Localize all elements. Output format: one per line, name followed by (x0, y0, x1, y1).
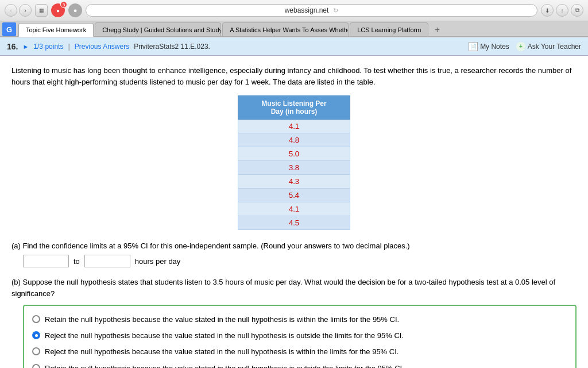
ask-teacher-button[interactable]: + Ask Your Teacher (516, 42, 581, 51)
notes-button[interactable]: 📄 My Notes (469, 42, 509, 51)
radio-label-4: Retain the null hypothesis because the v… (45, 363, 404, 368)
back-button[interactable]: ‹ (5, 4, 17, 17)
table-cell: 4.1 (238, 202, 350, 216)
new-tab-button[interactable]: ⧉ (571, 4, 583, 17)
radio-btn-3[interactable] (32, 347, 40, 355)
radio-btn-1[interactable] (32, 315, 40, 323)
google-icon: G (2, 22, 16, 36)
url-text: webassign.net (285, 6, 329, 14)
browser-chrome: ‹ › ▦ ●3 ● webassign.net ↻ ⬇ ↑ ⧉ G Topic… (0, 0, 588, 37)
radio-label-2: Reject the null hypothesis because the v… (45, 331, 404, 341)
part-a-label: (a) Find the confidence limits at a 95% … (11, 241, 577, 250)
separator: | (68, 42, 69, 51)
table-header: Music Listening PerDay (in hours) (238, 96, 350, 120)
nav-buttons: ‹ › (5, 4, 32, 17)
to-label: to (74, 257, 80, 266)
table-cell: 5.4 (238, 189, 350, 202)
radio-btn-4[interactable] (32, 364, 40, 368)
table-cell: 3.8 (238, 161, 350, 175)
intro-text: Listening to music has long been thought… (11, 65, 577, 87)
radio-label-1: Retain the null hypothesis because the v… (45, 315, 399, 325)
table-container: Music Listening PerDay (in hours) 4.14.8… (11, 95, 577, 230)
radio-option-1[interactable]: Retain the null hypothesis because the v… (32, 312, 567, 328)
blue-arrow-icon: ► (22, 43, 29, 50)
table-cell: 4.1 (238, 120, 350, 133)
tab-chegg[interactable]: Chegg Study | Guided Solutions and Study… (95, 22, 221, 36)
forward-button[interactable]: › (19, 4, 32, 17)
question-header-left: 16. ► 1/3 points | Previous Answers Priv… (7, 42, 210, 51)
tabs-bar: G Topic Five Homework Chegg Study | Guid… (0, 21, 588, 37)
tab-statistics[interactable]: A Statistics Helper Wants To Asses Wheth… (222, 22, 349, 36)
part-b-label: (b) Suppose the null hypothesis states t… (11, 277, 577, 299)
question-number: 16. (7, 42, 18, 51)
part-a-section: (a) Find the confidence limits at a 95% … (11, 241, 577, 267)
radio-btn-2[interactable] (32, 331, 40, 339)
ci-lower-input[interactable] (23, 255, 69, 267)
radio-option-2[interactable]: Reject the null hypothesis because the v… (32, 328, 567, 344)
notes-label: My Notes (480, 43, 509, 51)
address-bar[interactable]: webassign.net ↻ (86, 4, 537, 17)
table-cell: 5.0 (238, 147, 350, 161)
radio-group: Retain the null hypothesis because the v… (23, 305, 577, 368)
add-tab-button[interactable]: + (431, 24, 443, 36)
ci-upper-input[interactable] (84, 255, 130, 267)
part-b-section: (b) Suppose the null hypothesis states t… (11, 277, 577, 368)
question-header-right: 📄 My Notes + Ask Your Teacher (469, 42, 581, 51)
reload-icon: ↻ (333, 7, 338, 14)
share-button[interactable]: ↑ (556, 4, 568, 17)
radio-option-3[interactable]: Reject the null hypothesis because the v… (32, 344, 567, 360)
notes-icon: 📄 (469, 42, 478, 51)
main-content: Listening to music has long been thought… (0, 56, 588, 368)
table-cell: 4.5 (238, 216, 350, 230)
tab-layout-button[interactable]: ▦ (35, 4, 48, 17)
question-header: 16. ► 1/3 points | Previous Answers Priv… (0, 37, 588, 56)
ci-inputs: to hours per day (23, 255, 577, 267)
ask-icon: + (516, 42, 525, 51)
download-button[interactable]: ⬇ (541, 4, 554, 17)
tab-lcs[interactable]: LCS Learning Platform (350, 22, 428, 36)
previous-answers-link[interactable]: Previous Answers (75, 43, 129, 51)
app-icon: ●3 (51, 3, 65, 17)
ask-teacher-label: Ask Your Teacher (528, 43, 581, 51)
table-cell: 4.3 (238, 175, 350, 189)
data-table: Music Listening PerDay (in hours) 4.14.8… (238, 95, 350, 230)
radio-option-4[interactable]: Retain the null hypothesis because the v… (32, 361, 567, 368)
browser-toolbar: ‹ › ▦ ●3 ● webassign.net ↻ ⬇ ↑ ⧉ (0, 0, 588, 21)
table-cell: 4.8 (238, 133, 350, 147)
browser-actions: ⬇ ↑ ⧉ (541, 4, 583, 17)
radio-label-3: Reject the null hypothesis because the v… (45, 347, 399, 357)
tab-topic-five[interactable]: Topic Five Homework (18, 23, 94, 37)
ref-text: PriviteraStats2 11.E.023. (134, 43, 210, 51)
points-text: 1/3 points (33, 43, 63, 51)
second-icon: ● (68, 3, 82, 17)
unit-label: hours per day (135, 257, 181, 266)
